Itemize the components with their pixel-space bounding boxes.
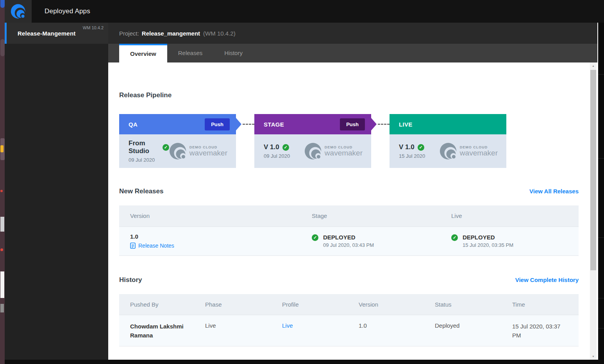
live-date: 15 Jul 2020 (399, 153, 425, 159)
sidebar-project-name: Release-Mangement (18, 30, 75, 37)
wavemaker-logo-icon (11, 4, 26, 19)
bottom-edge-bar (5, 360, 604, 364)
history-title: History (119, 276, 142, 284)
live-card-header: LIVE (390, 114, 506, 134)
check-icon: ✓ (312, 234, 318, 241)
release-notes-link[interactable]: Release Notes (130, 243, 301, 249)
stage-push-button[interactable]: Push (340, 118, 365, 130)
scroll-up-button[interactable]: ▲ (590, 62, 597, 69)
stage-stage-name: STAGE (264, 121, 284, 128)
pipeline-card-stage: STAGE Push V 1.0 ✓ 09 Jul 2020 (254, 114, 371, 168)
wavemaker-logo-tile[interactable] (5, 0, 32, 23)
view-all-releases-link[interactable]: View All Releases (529, 188, 579, 194)
top-bar: Deployed Apps (5, 0, 604, 23)
col-time: Time (501, 294, 579, 315)
release-notes-label: Release Notes (138, 243, 174, 249)
col-status: Status (424, 294, 501, 315)
qa-stage-name: QA (129, 121, 138, 128)
table-row: Chowdam Lakshmi Ramana Live Live 1.0 Dep… (119, 315, 579, 346)
new-releases-table: Version Stage Live 1.0 (119, 205, 579, 256)
project-label: Project: (119, 30, 139, 37)
wavemaker-label: wavemaker (189, 149, 227, 157)
dock-icon-fragment (0, 39, 5, 56)
col-phase: Phase (194, 294, 271, 315)
document-icon (130, 243, 136, 249)
live-version: V 1.0 (399, 143, 415, 151)
qa-date: 09 Jul 2020 (129, 157, 169, 163)
dock-icon-fragment (0, 0, 5, 8)
tab-history[interactable]: History (213, 44, 254, 62)
sidebar-item-project[interactable]: Release-Mangement WM 10.4.2 (5, 23, 108, 44)
wavemaker-wave-icon (304, 142, 322, 160)
dock-icon-fragment (0, 217, 4, 232)
sidebar-project-version: WM 10.4.2 (83, 25, 104, 30)
stage-version: V 1.0 (264, 143, 279, 151)
col-live: Live (440, 205, 579, 227)
history-profile-link[interactable]: Live (282, 322, 348, 329)
project-name: Release_mangement (142, 30, 200, 37)
history-version: 1.0 (359, 322, 424, 329)
stage-arrow-tip (371, 118, 377, 130)
live-stage-name: LIVE (399, 121, 413, 128)
wavemaker-wave-icon (440, 142, 457, 160)
col-profile: Profile (271, 294, 348, 315)
stage-deploy-status: DEPLOYED (323, 234, 374, 241)
history-phase: Live (205, 322, 271, 329)
table-row: 1.0 Release Notes (119, 227, 579, 255)
right-edge-strip (598, 23, 604, 364)
tab-overview[interactable]: Overview (119, 44, 167, 62)
demo-cloud-logo: DEMO CLOUD wavemaker (169, 142, 230, 160)
dock-notification-dot (0, 190, 3, 192)
stage-card-header: STAGE Push (254, 114, 371, 134)
qa-arrow-tip (236, 118, 241, 130)
dock-icon-fragment (0, 304, 4, 312)
page-title: Deployed Apps (45, 7, 90, 15)
qa-card-body: From Studio ✓ 09 Jul 2020 (119, 134, 236, 168)
pipeline-card-qa: QA Push From Studio ✓ 09 Jul 2020 (119, 114, 236, 168)
view-complete-history-link[interactable]: View Complete History (515, 277, 579, 283)
scroll-down-button[interactable]: ▼ (590, 353, 597, 360)
col-version: Version (348, 294, 424, 315)
live-deploy-status: DEPLOYED (463, 234, 513, 241)
col-stage: Stage (301, 205, 440, 227)
scrollbar-thumb[interactable] (590, 70, 596, 270)
check-icon: ✓ (418, 144, 424, 151)
stage-deploy-time: 09 Jul 2020, 03:43 PM (323, 242, 374, 248)
demo-cloud-logo: DEMO CLOUD wavemaker (440, 142, 500, 160)
sidebar: Release-Mangement WM 10.4.2 (5, 23, 108, 364)
release-pipeline-title: Release Pipeline (119, 62, 597, 99)
demo-cloud-logo: DEMO CLOUD wavemaker (304, 142, 365, 160)
dock-icon-fragment (0, 145, 4, 152)
history-time: 15 Jul 2020, 03:37 PM (512, 322, 567, 340)
pipeline-cards: QA Push From Studio ✓ 09 Jul 2020 (119, 114, 506, 168)
qa-push-button[interactable]: Push (205, 118, 230, 130)
stage-date: 09 Jul 2020 (264, 153, 290, 159)
dock-notification-dot (0, 248, 3, 251)
check-icon: ✓ (282, 144, 289, 151)
os-dock-edge (0, 0, 5, 364)
dock-icon-fragment (0, 271, 4, 298)
wavemaker-wave-icon (169, 142, 187, 160)
stage-card-body: V 1.0 ✓ 09 Jul 2020 (254, 134, 371, 168)
qa-version: From Studio (129, 139, 159, 155)
main-panel: Project: Release_mangement (WM 10.4.2) O… (108, 23, 597, 364)
history-table: Pushed By Phase Profile Version Status T… (119, 294, 579, 347)
vertical-scrollbar[interactable]: ▲ ▼ (590, 62, 597, 360)
project-header: Project: Release_mangement (WM 10.4.2) (108, 23, 597, 44)
project-version: (WM 10.4.2) (203, 30, 236, 37)
wavemaker-label: wavemaker (325, 149, 363, 157)
live-card-body: V 1.0 ✓ 15 Jul 2020 (390, 134, 506, 168)
content-right-divider (597, 23, 598, 360)
check-icon: ✓ (451, 234, 458, 241)
new-releases-title: New Releases (119, 187, 163, 195)
live-deploy-time: 15 Jul 2020, 03:35 PM (463, 242, 513, 248)
overview-content: Release Pipeline QA Push From Studio ✓ 0… (108, 62, 597, 364)
pipeline-connector (378, 124, 390, 125)
qa-card-header: QA Push (119, 114, 236, 134)
tab-releases[interactable]: Releases (167, 44, 214, 62)
col-pushed-by: Pushed By (119, 294, 194, 315)
history-pushed-by: Chowdam Lakshmi Ramana (130, 322, 194, 340)
wavemaker-label: wavemaker (460, 149, 498, 157)
check-icon: ✓ (163, 144, 169, 151)
tab-strip: Overview Releases History (108, 44, 597, 62)
